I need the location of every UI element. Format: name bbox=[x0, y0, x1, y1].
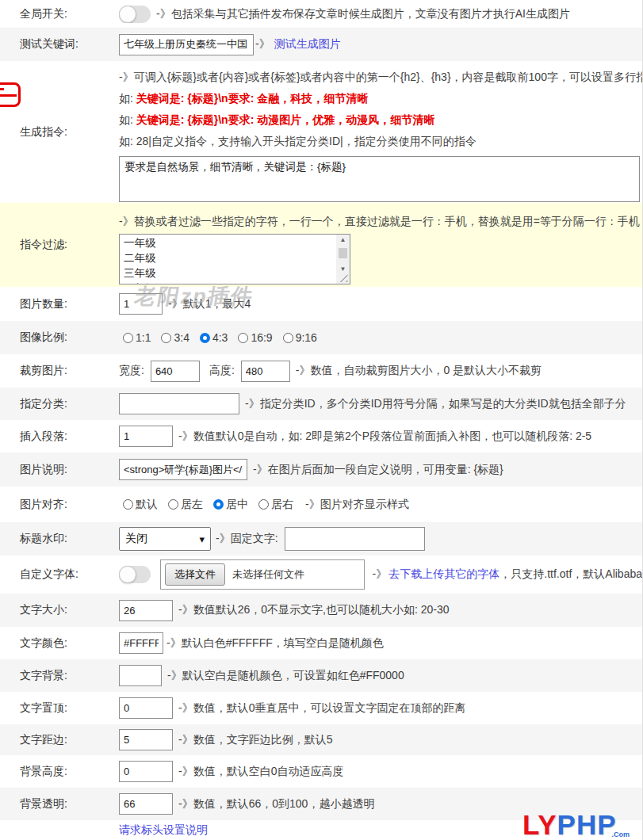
aspect-option-9-16[interactable]: 9:16 bbox=[283, 331, 317, 344]
field-label: 图片说明: bbox=[0, 463, 119, 477]
chevron-down-icon: ▾ bbox=[199, 534, 205, 544]
lyphp-logo: LYPHP.Com bbox=[522, 811, 634, 838]
bg-opacity-input[interactable] bbox=[119, 793, 173, 815]
row-text-bg: 文字背景: -》默认空白是随机颜色，可设置如红色#FF0000 bbox=[0, 659, 642, 692]
row-aspect-ratio: 图像比例: 1:1 3:4 4:3 16:9 9:16 bbox=[0, 321, 642, 354]
settings-page: 全局开关: -》包括采集与其它插件发布保存文章时候生成图片，文章没有图片才执行A… bbox=[0, 0, 643, 840]
height-label: 高度: bbox=[209, 364, 235, 378]
test-generate-link[interactable]: 测试生成图片 bbox=[274, 37, 341, 52]
resize-grip-icon[interactable] bbox=[339, 273, 348, 282]
align-option-right[interactable]: 居右 bbox=[258, 498, 293, 512]
field-desc: -》默认1，最大4 bbox=[168, 297, 251, 311]
scroll-down-icon[interactable]: ▼ bbox=[340, 265, 346, 273]
custom-font-toggle[interactable] bbox=[119, 566, 151, 583]
radio-checked-icon bbox=[213, 499, 224, 510]
scrollbar[interactable]: ▲ ▼ bbox=[336, 235, 350, 284]
crop-height-input[interactable] bbox=[241, 361, 290, 382]
row-text-margin: 文字距边: -》数值，文字距边比例，默认5 bbox=[0, 724, 642, 755]
radio-label: 16:9 bbox=[251, 331, 272, 344]
scroll-up-icon[interactable]: ▲ bbox=[340, 236, 346, 244]
text-bg-input[interactable] bbox=[119, 665, 162, 686]
row-custom-font: 自定义字体: 选择文件 未选择任何文件 -》 去下载上传其它的字体 ，只支持.t… bbox=[0, 556, 642, 594]
row-insert-paragraph: 插入段落: -》数值默认0是自动，如: 2即是第2个P段落位置前面插入补图，也可… bbox=[0, 420, 642, 452]
test-keyword-input[interactable] bbox=[119, 34, 254, 55]
row-text-size: 文字大小: -》数值默认26，0不显示文字,也可以随机大小如: 20-30 bbox=[0, 594, 642, 627]
align-option-center[interactable]: 居中 bbox=[213, 498, 248, 512]
font-file-input[interactable]: 选择文件 未选择任何文件 bbox=[160, 559, 365, 590]
prompt-example-line: 如: 关键词是: {标题}\n要求: 金融，科技，细节清晰 bbox=[119, 92, 368, 105]
radio-icon bbox=[238, 333, 248, 343]
field-desc: -》默认空白是随机颜色，可设置如红色#FF0000 bbox=[167, 669, 404, 683]
logo-com-text: .Com bbox=[612, 831, 630, 838]
arrow-text: -》 bbox=[373, 567, 388, 582]
insert-paragraph-input[interactable] bbox=[119, 426, 173, 447]
aspect-option-4-3[interactable]: 4:3 bbox=[200, 331, 228, 344]
example-prefix: 如: bbox=[119, 92, 136, 105]
radio-label: 居右 bbox=[271, 498, 293, 512]
row-text-color: 文字颜色: -》默认白色#FFFFFF，填写空白是随机颜色 bbox=[0, 627, 642, 659]
width-label: 宽度: bbox=[119, 364, 144, 378]
field-label: 文字距边: bbox=[0, 733, 119, 747]
field-label: 标题水印: bbox=[0, 532, 119, 546]
row-text-top: 文字置顶: -》数值，默认0垂直居中，可以设置文字固定在顶部的距离 bbox=[0, 692, 642, 724]
toggle-knob-icon bbox=[119, 6, 136, 23]
download-font-link[interactable]: 去下载上传其它的字体 bbox=[388, 567, 499, 582]
text-color-input[interactable] bbox=[119, 632, 163, 654]
image-count-input[interactable] bbox=[119, 293, 163, 315]
field-desc: -》数值默认0是自动，如: 2即是第2个P段落位置前面插入补图，也可以随机段落:… bbox=[178, 430, 591, 444]
row-generate-prompt: 生成指令: -》可调入{标题}或者{内容}或者{标签}或者内容中的第一个{h2}… bbox=[0, 61, 642, 203]
icon-line bbox=[0, 94, 17, 97]
prompt-help-line: 如: 28|自定义指令，支持输入开头指定分类ID|，指定分类使用不同的指令 bbox=[119, 135, 477, 148]
text-top-input[interactable] bbox=[119, 697, 173, 719]
radio-checked-icon bbox=[200, 333, 210, 343]
row-title-watermark: 标题水印: 关闭 ▾ -》固定文字: bbox=[0, 522, 642, 556]
aspect-option-16-9[interactable]: 16:9 bbox=[238, 331, 272, 344]
fixed-text-label: -》固定文字: bbox=[216, 532, 278, 546]
field-desc: -》替换或者过滤一些指定的字符，一行一个，直接过滤就是一行：手机，替换就是用=等… bbox=[119, 215, 640, 228]
prompt-example-line: 如: 关键词是: {标题}\n要求: 动漫图片，优雅，动漫风，细节清晰 bbox=[119, 113, 434, 127]
category-input[interactable] bbox=[119, 393, 239, 414]
field-label: 指令过滤: bbox=[0, 238, 119, 252]
scrollbar-thumb[interactable] bbox=[339, 248, 347, 258]
text-size-input[interactable] bbox=[119, 600, 173, 621]
example-red-text: 关键词是: {标题}\n要求: 金融，科技，细节清晰 bbox=[136, 92, 368, 105]
global-switch-toggle[interactable] bbox=[119, 6, 151, 23]
radio-label: 默认 bbox=[136, 498, 158, 512]
row-image-caption: 图片说明: -》在图片后面加一段自定义说明，可用变量: {标题} bbox=[0, 452, 642, 487]
field-desc: -》数值，默认66，0到100，越小越透明 bbox=[178, 797, 374, 811]
field-desc: ，只支持.ttf.otf，默认Alibaba bbox=[499, 567, 642, 582]
text-margin-input[interactable] bbox=[119, 729, 173, 750]
row-test-keyword: 测试关键词: -》 测试生成图片 bbox=[0, 28, 642, 61]
choose-file-button[interactable]: 选择文件 bbox=[165, 563, 225, 586]
field-desc: -》在图片后面加一段自定义说明，可用变量: {标题} bbox=[253, 463, 503, 477]
field-label: 插入段落: bbox=[0, 430, 119, 444]
field-label: 裁剪图片: bbox=[0, 364, 119, 378]
crop-width-input[interactable] bbox=[151, 361, 200, 382]
field-label: 文字颜色: bbox=[0, 636, 119, 651]
watermark-select[interactable]: 关闭 ▾ bbox=[119, 527, 211, 551]
aspect-option-1-1[interactable]: 1:1 bbox=[123, 331, 151, 344]
arrow-text: -》 bbox=[255, 37, 270, 52]
radio-label: 4:3 bbox=[212, 331, 228, 344]
prompt-filter-textarea[interactable]: 一年级 二年级 三年级 四年级 ▲ ▼ bbox=[119, 234, 350, 284]
radio-icon bbox=[283, 333, 293, 343]
align-option-default[interactable]: 默认 bbox=[123, 498, 158, 512]
field-desc: -》数值，自动裁剪图片大小，0 是默认大小不裁剪 bbox=[296, 364, 542, 378]
row-image-align: 图片对齐: 默认 居左 居中 居右 -》图片对齐显示样式 bbox=[0, 487, 642, 522]
icon-line bbox=[0, 88, 4, 90]
row-bg-height: 背景高度: -》数值，默认空白0自动适应高度 bbox=[0, 755, 642, 788]
filter-text[interactable]: 一年级 二年级 三年级 四年级 bbox=[120, 235, 350, 284]
generate-prompt-textarea[interactable]: 要求是自然场景，细节清晰，关键词是：{标题} bbox=[119, 156, 640, 202]
row-image-count: 图片数量: -》默认1，最大4 bbox=[0, 287, 642, 321]
field-label: 生成指令: bbox=[0, 125, 119, 139]
row-crop-image: 裁剪图片: 宽度: 高度: -》数值，自动裁剪图片大小，0 是默认大小不裁剪 bbox=[0, 354, 642, 388]
field-label: 文字大小: bbox=[0, 603, 119, 617]
align-option-left[interactable]: 居左 bbox=[168, 498, 203, 512]
request-header-help-link[interactable]: 请求标头设置说明 bbox=[119, 823, 208, 838]
aspect-option-3-4[interactable]: 3:4 bbox=[161, 331, 189, 344]
bg-height-input[interactable] bbox=[119, 761, 173, 782]
image-caption-input[interactable] bbox=[119, 459, 247, 480]
fixed-text-input[interactable] bbox=[285, 527, 425, 551]
radio-label: 居左 bbox=[181, 498, 203, 512]
radio-icon bbox=[123, 333, 133, 343]
